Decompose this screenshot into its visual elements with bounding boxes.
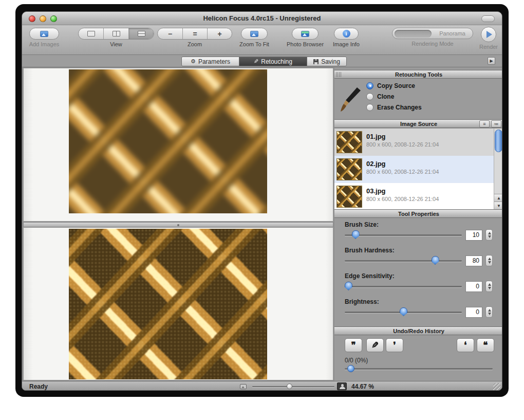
undo-icon: ❜ [393, 340, 396, 350]
add-images-tool: Add Images [25, 28, 63, 47]
view-horizontal-split-button[interactable] [129, 28, 154, 39]
prop-value-field[interactable]: 0 [465, 307, 482, 318]
prop-slider-thumb[interactable] [400, 307, 407, 316]
detail-view-icon[interactable]: ≔ [491, 120, 501, 127]
photo-browser-tool: Photo Browser [282, 28, 328, 47]
prop-stepper[interactable] [485, 229, 493, 241]
image-info-button[interactable]: i [334, 28, 359, 40]
undo-all-button[interactable]: ❞ [345, 338, 362, 352]
scroll-down-button[interactable]: ▼ [494, 202, 502, 209]
image-list-scrollbar[interactable]: ▲ ▼ [494, 129, 502, 209]
list-view-icon[interactable]: ≡ [479, 120, 490, 127]
statusbar-zoom-slider[interactable] [252, 386, 334, 387]
toolbar-toggle-capsule[interactable] [481, 15, 495, 22]
image-source-row[interactable]: 01.jpg800 x 600, 2008-12-26 21:04 [334, 129, 494, 156]
image-source-row[interactable]: 03.jpg800 x 600, 2008-12-26 21:04 [334, 183, 494, 209]
prop-slider-thumb[interactable] [432, 256, 439, 265]
zoom-segmented-control: − = + [157, 28, 232, 40]
radio-button-icon[interactable] [366, 82, 373, 89]
redo-button[interactable]: ❛ [457, 338, 474, 352]
view-vertical-split-button[interactable] [104, 28, 129, 39]
prop-group-brush-size: Brush Size:10 [334, 221, 502, 245]
prop-value-field[interactable]: 0 [465, 281, 482, 292]
undo-brush-button[interactable]: ✎ [366, 338, 384, 352]
zoom-in-button[interactable]: + [208, 28, 232, 39]
statusbar-zoom-thumb[interactable] [287, 384, 292, 389]
panel-grip-icon[interactable] [336, 72, 341, 77]
vertical-split-icon [113, 31, 120, 36]
render-button[interactable] [481, 27, 496, 42]
radio-clone[interactable]: Clone [366, 92, 394, 101]
prop-slider-thumb[interactable] [352, 230, 360, 239]
paintbrush-icon [340, 86, 362, 113]
image-details: 800 x 600, 2008-12-26 21:04 [366, 196, 439, 202]
result-image-pane[interactable] [23, 227, 333, 380]
prop-group-edge-sensitivity: Edge Sensitivity:0 [334, 272, 502, 296]
prop-label: Brush Size: [345, 221, 379, 228]
sidebar-collapse-button[interactable]: ▶ [488, 57, 495, 65]
plus-icon: + [217, 30, 221, 38]
radio-copy-source[interactable]: Copy Source [366, 81, 415, 90]
render-tool: Render [477, 27, 500, 50]
prop-slider[interactable] [345, 312, 462, 313]
zoom-out-button[interactable]: − [158, 28, 183, 39]
prop-group-brush-hardness: Brush Hardness:80 [334, 247, 502, 270]
pane-splitter[interactable] [23, 222, 333, 227]
radio-button-icon[interactable] [366, 93, 373, 100]
history-slider[interactable] [345, 368, 493, 370]
prop-group-brightness: Brightness:0 [334, 298, 502, 322]
radio-erase-changes[interactable]: Erase Changes [366, 103, 422, 112]
prop-stepper[interactable] [485, 255, 493, 266]
main-content: Retouching Tools Copy SourceCloneErase C… [22, 67, 502, 381]
app-window: Helicon Focus 4.0rc15 - Unregistered Add… [22, 11, 502, 391]
prop-slider-thumb[interactable] [345, 282, 352, 290]
undo-counter: 0/0 (0%) [345, 357, 368, 364]
source-photo[interactable] [69, 69, 267, 213]
image-source-row[interactable]: 02.jpg800 x 600, 2008-12-26 21:04 [334, 156, 494, 183]
zoom-to-fit-button[interactable] [241, 28, 268, 40]
image-source-header: Image Source ≡ ≔ [334, 119, 502, 128]
prop-slider[interactable] [345, 234, 462, 236]
image-filename: 01.jpg [366, 133, 386, 140]
radio-button-icon[interactable] [366, 104, 373, 111]
title-bar[interactable]: Helicon Focus 4.0rc15 - Unregistered [22, 12, 502, 25]
undo-all-icon: ❞ [351, 340, 355, 350]
image-filename: 02.jpg [366, 160, 386, 168]
image-source-list: 01.jpg800 x 600, 2008-12-26 21:0402.jpg8… [334, 129, 502, 209]
image-thumbnail [336, 186, 362, 208]
radio-label: Copy Source [377, 82, 415, 89]
add-images-button[interactable] [29, 28, 59, 40]
view-single-pane-button[interactable] [79, 28, 104, 39]
window-resize-grip[interactable] [493, 383, 500, 390]
tab-parameters[interactable]: ⚙Parameters [182, 57, 239, 66]
prop-stepper[interactable] [485, 306, 493, 318]
source-image-pane[interactable] [23, 68, 333, 222]
page: Helicon Focus 4.0rc15 - Unregistered Add… [0, 0, 524, 420]
scrollbar-thumb[interactable] [495, 130, 502, 152]
history-slider-thumb[interactable] [347, 365, 354, 372]
undo-button[interactable]: ❜ [386, 338, 403, 352]
zoom-actual-size-button[interactable]: = [183, 28, 208, 39]
prop-slider[interactable] [345, 260, 462, 262]
scroll-up-button[interactable]: ▲ [494, 194, 502, 202]
tab-retouching[interactable]: ✎Retouching [239, 57, 307, 66]
prop-label: Brightness: [345, 298, 379, 305]
redo-all-button[interactable]: ❝ [477, 338, 494, 352]
undo-history-header: Undo/Redo History [334, 326, 502, 335]
rendering-mode-control[interactable]: Panorama [392, 28, 473, 39]
zoom-percentage: 44.67 % [351, 383, 374, 390]
prop-value-field[interactable]: 10 [465, 230, 482, 241]
brush-icon: ✎ [254, 58, 258, 65]
photo-browser-button[interactable] [292, 28, 319, 40]
rendering-mode-label: Rendering Mode [392, 41, 473, 47]
result-photo[interactable] [69, 229, 267, 379]
prop-value-field[interactable]: 80 [465, 255, 482, 266]
tab-saving[interactable]: Saving [307, 57, 346, 66]
prop-slider[interactable] [345, 286, 462, 287]
status-text: Ready [29, 383, 48, 390]
source-photo-mesh [69, 69, 267, 213]
prop-stepper[interactable] [485, 281, 493, 292]
add-images-icon [40, 31, 48, 37]
zoom-label: Zoom [157, 41, 233, 47]
result-photo-mesh [69, 229, 267, 379]
